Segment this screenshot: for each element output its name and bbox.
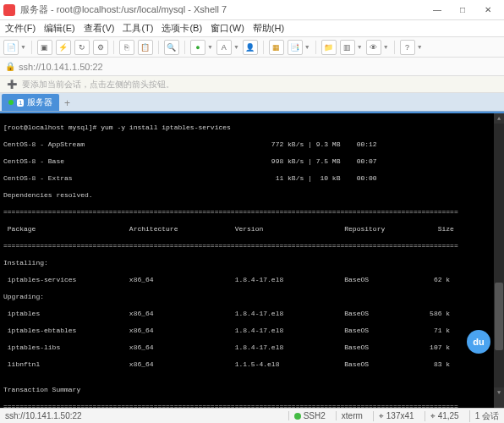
menu-file[interactable]: 文件(F) (5, 22, 36, 35)
term-line: [root@localhost mysql]# yum -y install i… (3, 124, 231, 131)
paste-button[interactable]: 📋 (138, 40, 153, 55)
session-tab[interactable]: 1 服务器 (2, 94, 59, 111)
resize-handle-icon[interactable] (494, 398, 504, 408)
term-line: Installing: (3, 259, 48, 266)
menu-tabs[interactable]: 选项卡(B) (162, 22, 202, 35)
hint-text: 要添加当前会话，点击左侧的箭头按钮。 (22, 79, 174, 91)
folder-button[interactable]: 📁 (321, 40, 337, 55)
titlebar: 服务器 - root@localhost:/usr/local/mysql - … (0, 0, 504, 20)
add-tab-button[interactable]: + (59, 96, 74, 111)
status-sessions: 1 会话 (469, 410, 499, 422)
menu-view[interactable]: 查看(V) (84, 22, 115, 35)
term-line: ========================================… (3, 208, 458, 216)
transfer-button[interactable]: ▦ (269, 40, 284, 55)
close-button[interactable]: ✕ (475, 2, 501, 19)
status-term: xterm (336, 411, 363, 420)
help-button[interactable]: ? (400, 40, 415, 55)
new-session-button[interactable]: 📄 (3, 40, 19, 55)
term-line: iptables-libs x86_64 1.8.4-17.el8 BaseOS… (3, 343, 450, 351)
term-line: Package Architecture Version Repository … (3, 225, 454, 233)
status-pos: ⌖ 41,25 (425, 411, 459, 421)
user-button[interactable]: 👤 (243, 40, 258, 55)
address-bar: 🔒 ssh://10.141.1.50:22 (0, 58, 504, 76)
term-line: ========================================… (3, 242, 458, 250)
term-line: Upgrading: (3, 293, 44, 300)
term-line: CentOS-8 - AppStream 772 kB/s | 9.3 MB 0… (3, 140, 377, 148)
term-line: iptables-ebtables x86_64 1.8.4-17.el8 Ba… (3, 327, 450, 334)
lock-icon: 🔒 (5, 62, 15, 72)
app-logo-icon (3, 4, 15, 16)
address-text[interactable]: ssh://10.141.1.50:22 (19, 62, 103, 72)
reconnect-button[interactable]: ↻ (74, 40, 90, 55)
scroll-thumb[interactable] (495, 283, 503, 350)
open-button[interactable]: ▣ (37, 40, 52, 55)
maximize-button[interactable]: □ (450, 2, 475, 19)
tab-bar: 1 服务器 + (0, 93, 504, 112)
tab-index: 1 (17, 99, 24, 107)
ssh-dot-icon (294, 413, 301, 420)
menu-edit[interactable]: 编辑(E) (44, 22, 75, 35)
terminal[interactable]: [root@localhost mysql]# yum -y install i… (0, 112, 504, 408)
menu-help[interactable]: 帮助(H) (253, 22, 284, 35)
term-line: iptables-services x86_64 1.8.4-17.el8 Ba… (3, 276, 450, 283)
term-line: Transaction Summary (3, 386, 80, 393)
status-ssh: SSH2 (288, 411, 326, 420)
add-session-icon[interactable]: ➕ (7, 80, 17, 89)
toolbar: 📄▼ ▣ ⚡ ↻ ⚙ ⎘ 📋 🔍 ●▼ A▼ 👤 ▦ 📑▼ 📁 ▥▼ 👁▼ ?▼ (0, 37, 504, 58)
properties-button[interactable]: ⚙ (93, 40, 108, 55)
menu-tools[interactable]: 工具(T) (123, 22, 153, 35)
menubar: 文件(F) 编辑(E) 查看(V) 工具(T) 选项卡(B) 窗口(W) 帮助(… (0, 20, 504, 37)
terminal-scrollbar[interactable]: ▲ ▼ (494, 113, 504, 398)
scroll-down-icon[interactable]: ▼ (494, 387, 504, 398)
view-button[interactable]: 👁 (366, 40, 381, 55)
status-address: ssh://10.141.1.50:22 (5, 411, 82, 420)
color-button[interactable]: ● (190, 40, 205, 55)
status-bar: ssh://10.141.1.50:22 SSH2 xterm ⌖ 137x41… (0, 408, 504, 423)
status-dot-icon (8, 100, 14, 105)
window-title: 服务器 - root@localhost:/usr/local/mysql - … (20, 3, 425, 16)
term-line: libnftnl x86_64 1.1.5-4.el8 BaseOS 83 k (3, 360, 450, 368)
term-line: iptables x86_64 1.8.4-17.el8 BaseOS 586 … (3, 310, 450, 317)
menu-window[interactable]: 窗口(W) (211, 22, 244, 35)
disconnect-button[interactable]: ⚡ (56, 40, 71, 55)
term-line: Dependencies resolved. (3, 191, 93, 199)
script-button[interactable]: 📑 (288, 40, 303, 55)
font-button[interactable]: A (216, 40, 232, 55)
minimize-button[interactable]: — (425, 2, 450, 19)
term-line: CentOS-8 - Base 998 kB/s | 7.5 MB 00:07 (3, 157, 377, 165)
layout-button[interactable]: ▥ (340, 40, 355, 55)
term-line: CentOS-8 - Extras 11 kB/s | 10 kB 00:00 (3, 174, 377, 182)
floating-assist-icon[interactable]: du (467, 330, 490, 354)
term-line: ========================================… (3, 403, 458, 408)
status-size: ⌖ 137x41 (373, 411, 414, 421)
hint-bar: ➕ 要添加当前会话，点击左侧的箭头按钮。 (0, 76, 504, 93)
scroll-up-icon[interactable]: ▲ (494, 113, 504, 124)
find-button[interactable]: 🔍 (164, 40, 179, 55)
tab-label: 服务器 (27, 96, 52, 108)
copy-button[interactable]: ⎘ (119, 40, 134, 55)
